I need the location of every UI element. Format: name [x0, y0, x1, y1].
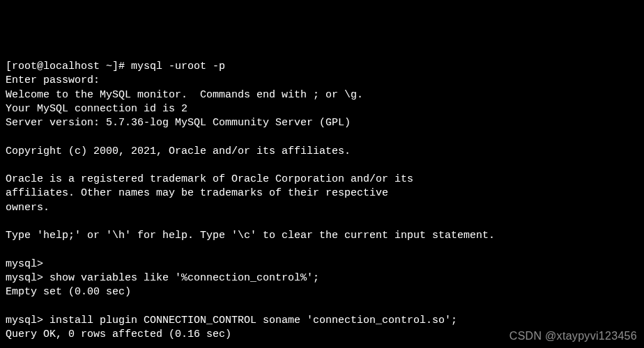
terminal-line: [root@localhost ~]# mysql -uroot -p — [6, 60, 638, 74]
terminal-line — [6, 130, 638, 144]
watermark-text: CSDN @xtaypyvi123456 — [509, 329, 637, 344]
terminal-line: Copyright (c) 2000, 2021, Oracle and/or … — [6, 145, 638, 159]
terminal-line: mysql> show variables like '%connection_… — [6, 271, 638, 285]
terminal-line: Server version: 5.7.36-log MySQL Communi… — [6, 116, 638, 130]
terminal-line: Enter password: — [6, 74, 638, 88]
terminal-line — [6, 215, 638, 229]
terminal-output[interactable]: [root@localhost ~]# mysql -uroot -pEnter… — [6, 60, 638, 348]
terminal-line: mysql> — [6, 258, 638, 271]
terminal-line — [6, 159, 638, 173]
terminal-line: Oracle is a registered trademark of Orac… — [6, 173, 638, 187]
terminal-line: mysql> install plugin CONNECTION_CONTROL… — [6, 314, 638, 328]
terminal-line — [6, 243, 638, 257]
terminal-line: Welcome to the MySQL monitor. Commands e… — [6, 88, 638, 102]
terminal-line: Type 'help;' or '\h' for help. Type '\c'… — [6, 229, 638, 243]
terminal-line: owners. — [6, 201, 638, 215]
terminal-line: affiliates. Other names may be trademark… — [6, 187, 638, 200]
terminal-line: Your MySQL connection id is 2 — [6, 102, 638, 116]
terminal-line — [6, 299, 638, 313]
terminal-line: Empty set (0.00 sec) — [6, 285, 638, 299]
